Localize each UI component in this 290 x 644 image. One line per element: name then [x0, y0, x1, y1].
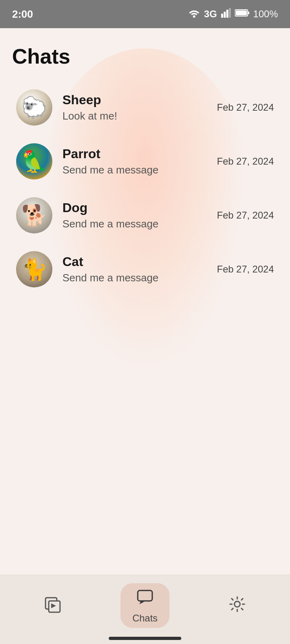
svg-rect-3	[226, 10, 228, 18]
bottom-nav: Chats	[0, 575, 290, 644]
chat-list: 🐑 Sheep Look at me! Feb 27, 2024 🦜 Parro…	[12, 80, 278, 296]
chat-preview-cat: Send me a message	[62, 272, 217, 284]
avatar-cat: 🐈	[16, 251, 52, 287]
svg-rect-1	[221, 14, 223, 18]
chat-preview-dog: Send me a message	[62, 218, 217, 230]
main-content: Chats 🐑 Sheep Look at me! Feb 27, 2024 🦜…	[0, 28, 290, 304]
chat-preview-parrot: Send me a message	[62, 164, 217, 176]
chat-info-dog: Dog Send me a message	[62, 200, 217, 230]
chat-preview-sheep: Look at me!	[62, 110, 217, 122]
wifi-icon	[188, 8, 200, 20]
page-title: Chats	[12, 44, 278, 68]
signal-icon	[221, 8, 231, 20]
battery-icon	[235, 9, 249, 19]
chat-name-parrot: Parrot	[62, 147, 217, 161]
svg-rect-4	[229, 8, 231, 18]
svg-rect-6	[248, 12, 249, 14]
chat-item-cat[interactable]: 🐈 Cat Send me a message Feb 27, 2024	[12, 242, 278, 296]
nav-chats-label: Chats	[133, 613, 158, 624]
nav-item-chats[interactable]: Chats	[120, 583, 170, 628]
svg-rect-11	[138, 590, 152, 601]
status-time: 2:00	[12, 8, 33, 21]
settings-icon	[228, 594, 247, 617]
home-indicator	[109, 637, 181, 640]
chat-item-parrot[interactable]: 🦜 Parrot Send me a message Feb 27, 2024	[12, 134, 278, 188]
status-right-icons: 3G 100%	[188, 8, 278, 20]
nav-item-media[interactable]	[31, 590, 75, 621]
nav-item-settings[interactable]	[215, 590, 259, 621]
svg-point-0	[193, 15, 195, 18]
chat-name-dog: Dog	[62, 200, 217, 215]
chat-date-dog: Feb 27, 2024	[217, 210, 274, 221]
chat-date-parrot: Feb 27, 2024	[217, 156, 274, 167]
chat-date-sheep: Feb 27, 2024	[217, 102, 274, 113]
chat-icon	[135, 587, 155, 609]
status-bar: 2:00 3G 100%	[0, 0, 290, 28]
avatar-dog: 🐕	[16, 197, 52, 233]
svg-point-12	[234, 601, 240, 607]
svg-rect-2	[224, 12, 226, 18]
avatar-sheep: 🐑	[16, 89, 52, 126]
svg-rect-7	[236, 10, 247, 15]
battery-percent: 100%	[253, 8, 278, 20]
chat-info-parrot: Parrot Send me a message	[62, 147, 217, 176]
avatar-parrot: 🦜	[16, 143, 52, 180]
chat-item-dog[interactable]: 🐕 Dog Send me a message Feb 27, 2024	[12, 188, 278, 242]
chat-name-cat: Cat	[62, 254, 217, 269]
network-label: 3G	[204, 8, 217, 20]
chat-item-sheep[interactable]: 🐑 Sheep Look at me! Feb 27, 2024	[12, 80, 278, 134]
chat-name-sheep: Sheep	[62, 93, 217, 107]
chat-date-cat: Feb 27, 2024	[217, 264, 274, 275]
chat-info-sheep: Sheep Look at me!	[62, 93, 217, 122]
chat-info-cat: Cat Send me a message	[62, 254, 217, 284]
media-icon	[43, 594, 62, 617]
